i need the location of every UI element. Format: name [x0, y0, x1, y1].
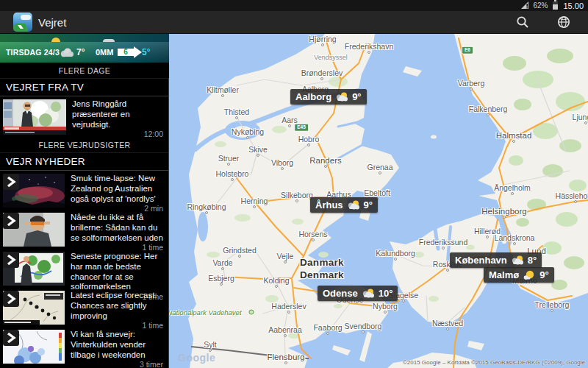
denmark-map-canvas	[169, 34, 588, 368]
status-bar: 62% 15.00	[0, 0, 588, 11]
wind-speed: 6	[118, 49, 134, 56]
status-time: 15.00	[563, 1, 584, 10]
news-item[interactable]: Seneste prognose: Her har man de bedste …	[0, 249, 169, 288]
news-item-time: 2 min	[144, 204, 165, 213]
weather-temp: 9°	[352, 91, 361, 102]
news-item[interactable]: Vi kan få snevejr: Vinterkulden vender t…	[0, 327, 169, 366]
partly-cloudy-icon	[334, 91, 349, 102]
weather-city: Odense	[323, 288, 358, 299]
more-days-button[interactable]: FLERE DAGE	[0, 63, 169, 79]
snow-forecast-map-thumbnail	[3, 330, 65, 364]
search-button[interactable]	[514, 14, 531, 30]
news-item[interactable]: Latest eclipse forecast: Chances are sli…	[0, 288, 169, 327]
weather-label-aarhus[interactable]: Århus 9°	[310, 197, 378, 213]
partly-cloudy-icon	[346, 199, 361, 210]
weather-label-aalborg[interactable]: Aalborg 9°	[290, 89, 367, 105]
partly-cloudy-icon	[510, 255, 525, 266]
eclipse-path-map-thumbnail	[3, 291, 65, 325]
news-item[interactable]: Smuk time-lapse: New Zealand og Australi…	[0, 171, 169, 210]
forecast-day: TIRSDAG 24/3	[6, 42, 60, 63]
weather-map[interactable]: HjørringFrederikshavnVendsysselBrøndersl…	[169, 34, 588, 368]
battery-icon	[553, 1, 558, 10]
weather-city: Århus	[315, 199, 343, 210]
aurora-timelapse-thumbnail	[3, 174, 65, 208]
battery-percent: 62%	[533, 1, 548, 10]
forecast-precipitation: 0MM	[96, 42, 113, 63]
news-item-text: Nåede du ikke at få brillerne: Sådan kan…	[71, 213, 165, 243]
tv2-vejret-app-icon	[13, 13, 32, 32]
sunny-icon	[522, 269, 537, 280]
more-forecasts-button[interactable]: FLERE VEJRUDSIGTER	[0, 138, 169, 153]
forecast-night-temp: 5°	[142, 42, 150, 63]
news-item-text: Smuk time-lapse: New Zealand og Australi…	[71, 174, 165, 204]
news-item-text: Vi kan få snevejr: Vinterkulden vender t…	[71, 330, 165, 360]
weather-city: Malmø	[489, 269, 519, 280]
app-bar: Vejret	[0, 11, 588, 34]
forecast-strip[interactable]: TIRSDAG 24/3 7° 0MM 6 5°	[0, 42, 169, 63]
weather-temp: 10°	[379, 288, 393, 299]
page-title: Vejret	[38, 16, 66, 29]
weather-label-malmoe[interactable]: Malmø 9°	[484, 267, 554, 283]
tv-item-text: Jens Ringgård præsenterer en vejrudsigt.	[72, 99, 165, 130]
forecast-row-partial[interactable]	[0, 34, 169, 42]
globe-button[interactable]	[556, 14, 572, 30]
news-item[interactable]: Nåede du ikke at få brillerne: Sådan kan…	[0, 210, 169, 249]
tv-forecast-item[interactable]: Jens Ringgård præsenterer en vejrudsigt.…	[0, 96, 169, 138]
news-item-text: Latest eclipse forecast: Chances are sli…	[71, 291, 165, 321]
weather-city: Aalborg	[295, 91, 331, 102]
eclipse-glasses-man-thumbnail	[3, 213, 65, 247]
weather-temp: 8°	[528, 255, 537, 266]
section-header-tv: VEJRET FRA TV	[0, 79, 169, 96]
globe-icon	[556, 15, 571, 29]
cloud-icon	[59, 42, 75, 63]
weather-label-koebenhavn[interactable]: København 8°	[450, 252, 542, 268]
section-header-news: VEJR NYHEDER	[0, 153, 169, 171]
weather-temp: 9°	[364, 199, 373, 210]
wind-arrow-icon: 6	[118, 42, 143, 63]
forecast-presenter-map-thumbnail	[3, 252, 65, 286]
weather-city: København	[455, 255, 507, 266]
tablet-screen: 62% 15.00 Vejret	[0, 0, 588, 368]
weather-label-odense[interactable]: Odense 10°	[318, 286, 398, 301]
tv-forecast-thumbnail	[3, 99, 66, 135]
search-icon	[515, 15, 530, 29]
tv-item-time: 12:00	[144, 130, 165, 138]
forecast-day-temp: 7°	[76, 42, 85, 63]
news-item-time: 1 time	[142, 243, 165, 252]
weather-temp: 9°	[539, 269, 548, 280]
wifi-icon	[520, 1, 529, 10]
partly-cloudy-icon	[361, 288, 376, 299]
news-item-time: 3 timer	[140, 360, 165, 368]
sidebar: TIRSDAG 24/3 7° 0MM 6 5° FLERE DAGE VE	[0, 34, 169, 368]
news-item-time: 1 time	[142, 321, 165, 330]
news-item-text: Seneste prognose: Her har man de bedste …	[71, 252, 165, 292]
